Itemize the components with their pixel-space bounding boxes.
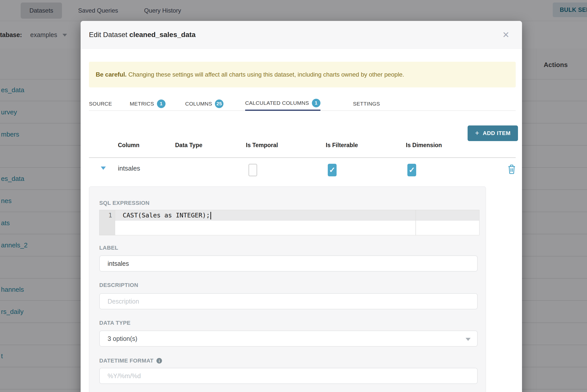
label-input[interactable]: intsales: [99, 255, 478, 272]
calculated-column-editor-panel: SQL EXPRESSION 1 CAST(Sales as INTEGER);…: [89, 186, 486, 392]
editor-print-margin: [415, 210, 416, 235]
modal-title: Edit Dataset cleaned_sales_data: [89, 21, 195, 49]
description-field-label: DESCRIPTION: [99, 282, 138, 288]
sql-code[interactable]: CAST(Sales as INTEGER);: [123, 210, 211, 221]
dataset-name: cleaned_sales_data: [129, 31, 195, 39]
edit-dataset-modal: Edit Dataset cleaned_sales_data ✕ Be car…: [81, 21, 522, 392]
tab-source[interactable]: SOURCE: [89, 96, 112, 111]
trash-icon[interactable]: [507, 164, 516, 175]
warning-banner: Be careful. Changing these settings will…: [89, 62, 516, 87]
close-icon[interactable]: ✕: [500, 29, 511, 40]
is-dimension-checkbox[interactable]: ✓: [407, 164, 416, 176]
grid-header-data-type: Data Type: [175, 142, 202, 149]
data-type-select[interactable]: 3 option(s): [99, 331, 478, 347]
calculated-column-name: intsales: [118, 165, 140, 172]
info-icon[interactable]: i: [156, 358, 162, 364]
grid-header-is-dimension: Is Dimension: [406, 142, 442, 149]
sql-expression-label: SQL EXPRESSION: [99, 200, 150, 206]
description-input[interactable]: Description: [99, 293, 478, 309]
editor-line-number: 1: [100, 210, 112, 221]
text-cursor: [210, 212, 211, 219]
datetime-format-input[interactable]: %Y/%m/%d: [99, 368, 478, 384]
plus-icon: +: [475, 129, 479, 137]
checkmark-icon: ✓: [409, 166, 415, 174]
grid-header-column: Column: [118, 142, 140, 149]
add-item-button[interactable]: + ADD ITEM: [468, 125, 518, 141]
tab-metrics[interactable]: METRICS1: [130, 96, 166, 111]
label-field-label: LABEL: [99, 245, 118, 251]
grid-header-is-filterable: Is Filterable: [326, 142, 358, 149]
is-filterable-checkbox[interactable]: ✓: [328, 164, 337, 176]
warning-text: Changing these settings will affect all …: [127, 71, 404, 78]
warning-bold-text: Be careful.: [96, 71, 127, 78]
select-caret-icon: [466, 338, 471, 341]
metrics-count-badge: 1: [157, 100, 166, 108]
columns-count-badge: 25: [215, 100, 223, 108]
screen: es Datasets Saved Queries Query History …: [0, 0, 587, 392]
modal-header: Edit Dataset cleaned_sales_data ✕: [81, 21, 522, 49]
tab-columns[interactable]: COLUMNS25: [185, 96, 223, 111]
calculated-columns-count-badge: 1: [312, 99, 320, 107]
grid-header-is-temporal: Is Temporal: [246, 142, 278, 149]
tab-calculated-columns[interactable]: CALCULATED COLUMNS1: [245, 96, 320, 111]
data-type-field-label: DATA TYPE: [99, 320, 131, 326]
modal-tab-bar: SOURCE METRICS1 COLUMNS25 CALCULATED COL…: [89, 96, 516, 111]
tab-settings[interactable]: SETTINGS: [353, 96, 380, 111]
checkmark-icon: ✓: [329, 166, 335, 174]
datetime-format-field-label: DATETIME FORMAT i: [99, 357, 162, 364]
sql-expression-editor[interactable]: 1 CAST(Sales as INTEGER);: [99, 210, 479, 235]
expand-row-caret-icon[interactable]: [101, 167, 106, 170]
is-temporal-checkbox[interactable]: [248, 164, 257, 176]
grid-header-divider: [89, 157, 516, 158]
